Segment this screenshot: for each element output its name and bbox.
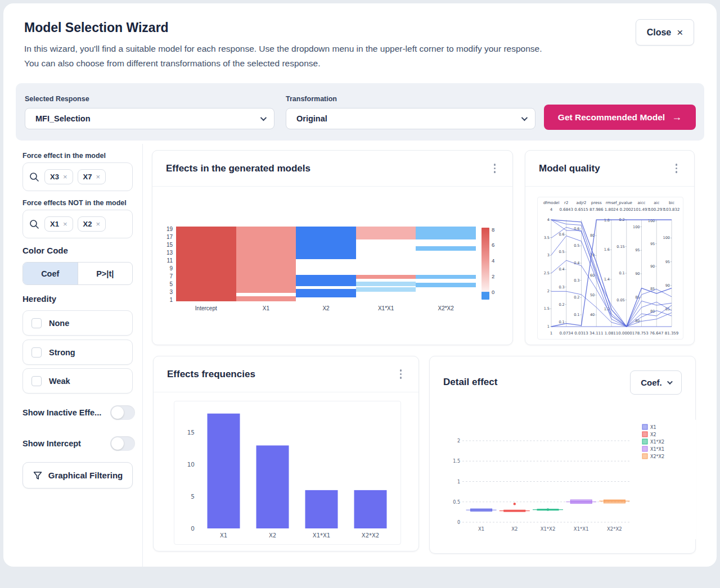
svg-text:aic: aic <box>654 201 659 205</box>
color-code-option-coef[interactable]: Coef <box>23 263 78 284</box>
force-out-chip-x1[interactable]: X1× <box>44 216 73 232</box>
svg-text:0.1: 0.1 <box>574 313 579 317</box>
svg-text:100: 100 <box>633 225 640 229</box>
heatmap-cell-block <box>236 296 296 301</box>
heatmap-y-tick: 3 <box>156 288 173 295</box>
show-inactive-effects-toggle[interactable] <box>110 405 135 420</box>
force-in-input[interactable]: X3× X7× <box>22 162 133 191</box>
svg-text:X2*X2: X2*X2 <box>607 526 622 532</box>
svg-text:X1: X1 <box>220 532 227 539</box>
svg-text:X2: X2 <box>511 526 518 532</box>
svg-text:0.0313: 0.0313 <box>574 331 588 336</box>
heredity-option-weak[interactable]: Weak <box>22 368 133 393</box>
effects-models-heatmap[interactable]: 191715131197531InterceptX1X2X1*X1X2*X286… <box>152 227 512 322</box>
selected-response-dropdown[interactable]: MFI_Selection <box>25 108 274 129</box>
force-in-chip-x3[interactable]: X3× <box>44 169 73 184</box>
svg-text:3.5: 3.5 <box>544 236 550 240</box>
chip-label: X7 <box>83 173 92 181</box>
force-out-chip-x2[interactable]: X2× <box>78 216 106 232</box>
svg-text:0: 0 <box>457 520 460 525</box>
graphical-filtering-label: Graphical Filtering <box>48 471 123 480</box>
force-out-input[interactable]: X1× X2× <box>22 210 133 238</box>
kebab-menu-icon[interactable] <box>672 161 681 176</box>
svg-text:0.5: 0.5 <box>559 250 564 254</box>
effects-models-title: Effects in the generated models <box>166 163 310 174</box>
remove-chip-icon[interactable]: × <box>63 173 68 181</box>
heatmap-x-tick: X2*X2 <box>421 305 471 311</box>
detail-effect-panel: Detail effect Coef. 00.511.52X1X2X1*X2X1… <box>429 356 696 554</box>
svg-text:90: 90 <box>635 272 640 276</box>
svg-text:87.986: 87.986 <box>590 207 604 212</box>
svg-text:1.4: 1.4 <box>604 277 610 282</box>
remove-chip-icon[interactable]: × <box>63 220 68 228</box>
detail-effect-metric-dropdown[interactable]: Coef. <box>630 370 682 395</box>
kebab-menu-icon[interactable] <box>397 367 406 382</box>
svg-text:1: 1 <box>457 480 460 485</box>
force-in-chip-x7[interactable]: X7× <box>78 169 106 184</box>
svg-text:0.6843: 0.6843 <box>560 207 574 212</box>
detail-effect-title: Detail effect <box>443 377 497 388</box>
transformation-dropdown[interactable]: Original <box>286 108 536 129</box>
detail-effect-chart[interactable]: 00.511.52X1X2X1*X2X1*X1X2*X2X1X2X1*X2X1*… <box>444 419 696 540</box>
svg-text:X2: X2 <box>269 532 276 539</box>
svg-text:X1*X1: X1*X1 <box>574 526 589 532</box>
page-description-line2: You can also choose from different trans… <box>24 58 320 69</box>
remove-chip-icon[interactable]: × <box>96 173 100 181</box>
heatmap-cell-block <box>296 227 356 259</box>
svg-text:95: 95 <box>650 242 655 246</box>
chevron-down-icon <box>260 115 267 121</box>
heatmap-colorbar <box>482 228 489 300</box>
svg-text:0.1: 0.1 <box>619 271 624 275</box>
toggle-knob <box>111 437 124 450</box>
svg-text:X1: X1 <box>650 425 656 430</box>
get-recommended-model-button[interactable]: Get Recommended Model → <box>544 105 696 130</box>
svg-text:0.05: 0.05 <box>616 298 624 302</box>
show-intercept-toggle[interactable] <box>110 436 135 451</box>
svg-text:X1*X1: X1*X1 <box>313 532 330 539</box>
model-quality-panel: Model quality 43.532.521.510.60.50.40.30… <box>525 150 695 345</box>
heatmap-cell-block <box>176 227 236 301</box>
chevron-down-icon <box>667 379 673 385</box>
svg-text:dfmodel: dfmodel <box>543 201 560 205</box>
svg-text:X1*X1: X1*X1 <box>650 447 664 452</box>
close-button-label: Close <box>647 28 672 38</box>
heredity-option-none[interactable]: None <box>22 310 133 336</box>
checkbox-icon[interactable] <box>32 318 42 328</box>
color-code-option-pt[interactable]: P>|t| <box>78 263 133 284</box>
heatmap-cell-block <box>356 275 416 279</box>
graphical-filtering-button[interactable]: Graphical Filtering <box>22 462 133 489</box>
svg-text:1.5: 1.5 <box>453 459 460 464</box>
effects-frequencies-chart[interactable]: 051015X1X2X1*X1X2*X2 <box>174 401 401 545</box>
svg-text:aicc: aicc <box>638 201 646 205</box>
filters-sidebar: Force effect in the model X3× X7× Force … <box>16 144 143 567</box>
close-button[interactable]: Close × <box>636 19 694 46</box>
svg-text:4: 4 <box>550 207 553 212</box>
heatmap-y-tick: 15 <box>156 241 173 247</box>
remove-chip-icon[interactable]: × <box>96 220 100 228</box>
svg-text:0.5: 0.5 <box>574 243 579 248</box>
svg-text:81.359: 81.359 <box>665 331 679 336</box>
model-quality-chart[interactable]: 43.532.521.510.60.50.40.30.20.10.60.50.4… <box>537 197 683 340</box>
colorbar-tick: 8 <box>492 226 494 232</box>
get-recommended-model-label: Get Recommended Model <box>558 112 665 123</box>
chip-label: X1 <box>50 220 59 228</box>
heredity-option-strong[interactable]: Strong <box>22 340 133 365</box>
svg-text:40: 40 <box>590 313 595 317</box>
svg-text:90: 90 <box>650 264 655 269</box>
svg-text:78.753: 78.753 <box>634 331 649 336</box>
transformation-value: Original <box>296 114 327 123</box>
show-inactive-effects-row: Show Inactive Effe... <box>22 405 135 420</box>
heatmap-cell-block <box>416 227 476 239</box>
response-toolbar: Selected Response MFI_Selection Transfor… <box>16 83 704 141</box>
svg-text:0.5: 0.5 <box>453 500 460 505</box>
checkbox-icon[interactable] <box>32 376 42 386</box>
heredity-weak-label: Weak <box>49 377 70 386</box>
svg-text:X1: X1 <box>478 526 484 532</box>
kebab-menu-icon[interactable] <box>490 161 500 176</box>
heatmap-y-tick: 13 <box>156 249 173 255</box>
heredity-strong-label: Strong <box>49 348 75 357</box>
chip-label: X2 <box>83 220 92 228</box>
checkbox-icon[interactable] <box>32 347 42 358</box>
heatmap-y-tick: 9 <box>156 265 173 271</box>
svg-text:3: 3 <box>547 253 550 257</box>
